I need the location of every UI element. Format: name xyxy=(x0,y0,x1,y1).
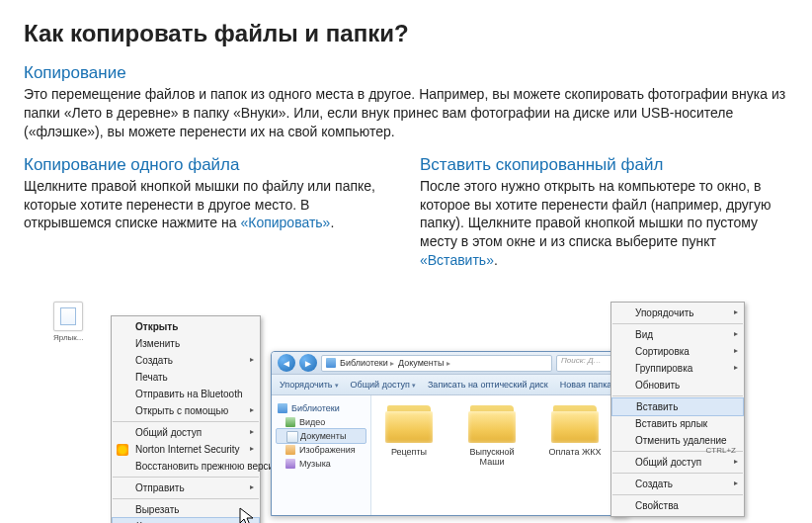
menu-item[interactable]: Отправить на Bluetooth xyxy=(112,386,260,402)
menu-item[interactable]: Группировка xyxy=(611,360,744,377)
menu-item[interactable]: Изменить xyxy=(112,335,260,352)
menu-item-label: Создать xyxy=(135,355,173,366)
screenshot-explorer-paste: ◄ ► БиблиотекиДокументы Поиск: Д… Упоряд… xyxy=(271,302,745,509)
section-heading-paste: Вставить скопированный файл xyxy=(420,155,788,175)
menu-item[interactable]: Открыть xyxy=(112,318,260,335)
menu-item[interactable]: Копировать xyxy=(112,517,260,523)
nav-forward-button[interactable]: ► xyxy=(299,354,317,372)
context-menu: ОткрытьИзменитьСоздатьПечатьОтправить на… xyxy=(111,315,261,523)
menu-separator xyxy=(113,477,259,478)
explorer-sidebar: БиблиотекиВидеоДокументыИзображенияМузык… xyxy=(272,395,371,516)
explorer-titlebar: ◄ ► БиблиотекиДокументы Поиск: Д… xyxy=(272,352,627,375)
menu-separator xyxy=(612,395,743,396)
menu-item[interactable]: Отправить xyxy=(112,479,260,496)
menu-separator xyxy=(113,421,259,422)
screenshot-context-menu-copy: Ярлык... ОткрытьИзменитьСоздатьПечатьОтп… xyxy=(53,302,231,342)
menu-item[interactable]: Свойства xyxy=(611,497,744,514)
sidebar-item[interactable]: Музыка xyxy=(276,457,366,471)
menu-item-label: Изменить xyxy=(135,338,180,349)
folder-label: Оплата ЖКХ xyxy=(548,447,601,457)
menu-item[interactable]: Вставить xyxy=(611,397,744,416)
menu-item-label: Общий доступ xyxy=(135,427,202,438)
sidebar-item[interactable]: Документы xyxy=(276,428,366,444)
menu-item-label: Печать xyxy=(135,372,168,383)
menu-item[interactable]: Создать xyxy=(112,352,260,369)
cursor-icon xyxy=(239,507,257,523)
menu-item-label: Вставить xyxy=(636,401,678,412)
action-paste: «Вставить» xyxy=(420,252,494,268)
section-text-copy-one: Щелкните правой кнопкой мышки по файлу и… xyxy=(24,177,392,233)
breadcrumb-item[interactable]: Библиотеки xyxy=(340,358,394,368)
menu-item[interactable]: Восстановить прежнюю версию xyxy=(112,458,260,475)
section-heading-copy-one: Копирование одного файла xyxy=(24,155,392,175)
library-icon xyxy=(278,403,287,413)
menu-item-label: Создать xyxy=(635,479,673,489)
toolbar-button[interactable]: Записать на оптический диск xyxy=(428,380,548,390)
menu-item[interactable]: Вставить ярлык xyxy=(611,415,744,432)
menu-item[interactable]: Norton Internet Security xyxy=(112,441,260,458)
toolbar-button[interactable]: Упорядочить xyxy=(280,380,339,390)
file-icon[interactable] xyxy=(53,302,83,331)
folder-icon xyxy=(468,405,516,443)
menu-item-label: Отменить удаление xyxy=(635,435,727,446)
folder-item[interactable]: Выпускной Маши xyxy=(460,405,524,507)
folder-item[interactable]: Рецепты xyxy=(377,405,441,507)
menu-separator xyxy=(612,494,743,495)
menu-item-label: Упорядочить xyxy=(635,307,694,318)
folder-label: Выпускной Маши xyxy=(460,447,524,467)
menu-item-label: Открыть xyxy=(135,321,178,332)
menu-item-label: Общий доступ xyxy=(635,457,701,468)
menu-item-label: Вид xyxy=(635,329,653,340)
sidebar-item[interactable]: Видео xyxy=(276,415,366,429)
menu-item-label: Обновить xyxy=(635,380,680,391)
shield-icon xyxy=(117,444,128,456)
address-bar[interactable]: БиблиотекиДокументы xyxy=(321,355,552,372)
page-title: Как копировать файлы и папки? xyxy=(24,20,788,47)
menu-item-label: Вставить ярлык xyxy=(635,418,707,429)
text-fragment: . xyxy=(494,252,498,268)
menu-item[interactable]: Упорядочить xyxy=(611,305,744,321)
menu-item[interactable]: Отменить удалениеCTRL+Z xyxy=(611,432,744,449)
menu-item[interactable]: Обновить xyxy=(611,377,744,393)
explorer-files-area[interactable]: РецептыВыпускной МашиОплата ЖКХ xyxy=(371,395,627,516)
text-fragment: . xyxy=(330,215,334,230)
menu-item[interactable]: Вырезать xyxy=(112,501,260,518)
section-text-copy: Это перемещение файлов и папок из одного… xyxy=(24,85,788,141)
action-copy: «Копировать» xyxy=(240,215,330,230)
menu-item-label: Открыть с помощью xyxy=(135,405,228,416)
menu-item[interactable]: Сортировка xyxy=(611,343,744,360)
menu-item[interactable]: Создать xyxy=(611,476,744,492)
menu-item-label: Свойства xyxy=(635,500,679,511)
library-icon xyxy=(326,358,336,368)
menu-item[interactable]: Открыть с помощью xyxy=(112,402,260,419)
menu-item[interactable]: Вид xyxy=(611,326,744,343)
menu-item[interactable]: Печать xyxy=(112,369,260,386)
folder-icon xyxy=(551,405,599,443)
sidebar-item[interactable]: Изображения xyxy=(276,443,366,457)
menu-item-label: Сортировка xyxy=(635,346,690,357)
menu-item-label: Группировка xyxy=(635,363,692,374)
menu-separator xyxy=(612,323,743,324)
document-icon xyxy=(60,307,76,325)
menu-separator xyxy=(612,473,743,474)
sidebar-header[interactable]: Библиотеки xyxy=(276,401,366,415)
menu-item-label: Вырезать xyxy=(135,504,179,515)
text-fragment: После этого нужно открыть на компьютере … xyxy=(420,178,771,250)
toolbar-button[interactable]: Новая папка xyxy=(560,380,611,390)
folder-icon xyxy=(385,405,433,443)
folder-label: Рецепты xyxy=(391,447,427,457)
breadcrumb-item[interactable]: Документы xyxy=(398,358,450,368)
menu-item[interactable]: Общий доступ xyxy=(611,454,744,471)
menu-item-label: Отправить на Bluetooth xyxy=(135,389,242,399)
menu-item-label: Восстановить прежнюю версию xyxy=(135,461,282,472)
folder-item[interactable]: Оплата ЖКХ xyxy=(543,405,607,507)
explorer-toolbar: УпорядочитьОбщий доступЗаписать на оптич… xyxy=(272,375,627,395)
nav-back-button[interactable]: ◄ xyxy=(278,354,295,372)
menu-separator xyxy=(113,498,259,499)
menu-item[interactable]: Общий доступ xyxy=(112,424,260,441)
toolbar-button[interactable]: Общий доступ xyxy=(351,380,416,390)
explorer-window: ◄ ► БиблиотекиДокументы Поиск: Д… Упоряд… xyxy=(271,351,628,516)
menu-item-label: Отправить xyxy=(135,482,185,493)
section-text-paste: После этого нужно открыть на компьютере … xyxy=(420,177,788,270)
section-heading-copy: Копирование xyxy=(24,63,788,83)
